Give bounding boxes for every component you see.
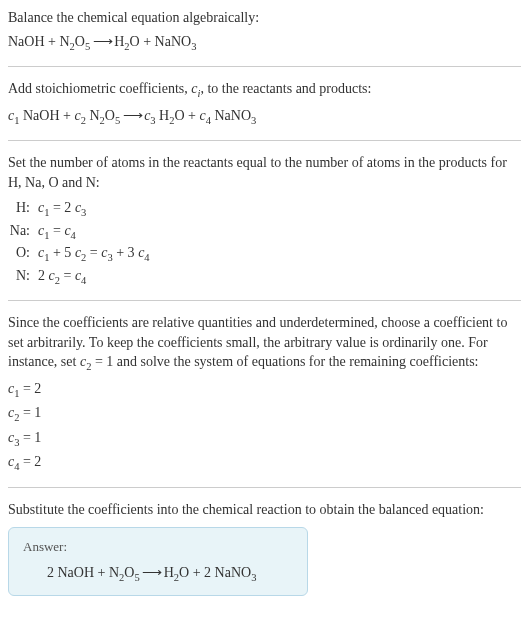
product-1: H2O xyxy=(114,34,140,49)
reactant-1: NaOH xyxy=(8,34,45,49)
atom-equation: 2 c2 = c4 xyxy=(38,266,521,288)
intro-section: Balance the chemical equation algebraica… xyxy=(8,8,521,54)
coef-c3: c3 = 1 xyxy=(8,428,521,450)
divider xyxy=(8,300,521,301)
step3-section: Since the coefficients are relative quan… xyxy=(8,313,521,475)
step3-text: Since the coefficients are relative quan… xyxy=(8,313,521,375)
atom-balance-table: H: c1 = 2 c3 Na: c1 = c4 O: c1 + 5 c2 = … xyxy=(8,198,521,288)
step1-section: Add stoichiometric coefficients, ci, to … xyxy=(8,79,521,128)
unbalanced-equation: NaOH + N2O5 ⟶ H2O + NaNO3 xyxy=(8,32,521,54)
answer-box: Answer: 2 NaOH + N2O5 ⟶ H2O + 2 NaNO3 xyxy=(8,527,308,596)
step2-section: Set the number of atoms in the reactants… xyxy=(8,153,521,288)
answer-label: Answer: xyxy=(23,538,293,556)
step4-text: Substitute the coefficients into the che… xyxy=(8,500,521,520)
atom-row-na: Na: c1 = c4 xyxy=(8,221,521,243)
intro-text: Balance the chemical equation algebraica… xyxy=(8,8,521,28)
coef-c1: c1 = 2 xyxy=(8,379,521,401)
plus: + xyxy=(45,34,60,49)
step1-text: Add stoichiometric coefficients, ci, to … xyxy=(8,79,521,101)
atom-equation: c1 = c4 xyxy=(38,221,521,243)
atom-row-o: O: c1 + 5 c2 = c3 + 3 c4 xyxy=(8,243,521,265)
atom-row-n: N: 2 c2 = c4 xyxy=(8,266,521,288)
coef-c2: c2 = 1 xyxy=(8,403,521,425)
divider xyxy=(8,140,521,141)
divider xyxy=(8,487,521,488)
coef-equation: c1 NaOH + c2 N2O5 ⟶ c3 H2O + c4 NaNO3 xyxy=(8,106,521,128)
atom-label: N: xyxy=(8,266,38,288)
atom-label: H: xyxy=(8,198,38,220)
plus: + xyxy=(140,34,155,49)
step4-section: Substitute the coefficients into the che… xyxy=(8,500,521,596)
atom-equation: c1 = 2 c3 xyxy=(38,198,521,220)
coef-c4: c4 = 2 xyxy=(8,452,521,474)
atom-row-h: H: c1 = 2 c3 xyxy=(8,198,521,220)
atom-label: O: xyxy=(8,243,38,265)
product-2: NaNO3 xyxy=(155,34,197,49)
arrow: ⟶ xyxy=(90,34,114,49)
divider xyxy=(8,66,521,67)
balanced-equation: 2 NaOH + N2O5 ⟶ H2O + 2 NaNO3 xyxy=(23,563,293,585)
coefficient-solutions: c1 = 2 c2 = 1 c3 = 1 c4 = 2 xyxy=(8,379,521,475)
step2-text: Set the number of atoms in the reactants… xyxy=(8,153,521,192)
atom-equation: c1 + 5 c2 = c3 + 3 c4 xyxy=(38,243,521,265)
reactant-2: N2O5 xyxy=(59,34,90,49)
atom-label: Na: xyxy=(8,221,38,243)
